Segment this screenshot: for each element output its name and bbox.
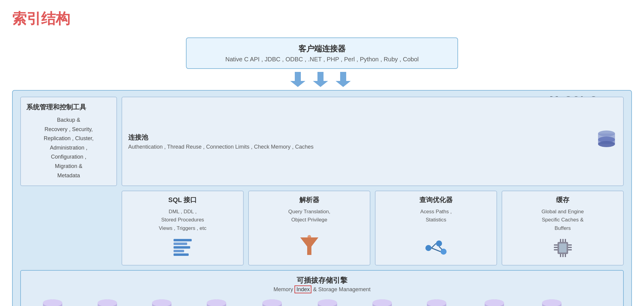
optimizer-title: 查询优化器 <box>419 195 453 205</box>
svg-marker-13 <box>300 237 318 255</box>
engine-memory: Memory <box>315 298 340 306</box>
cache-box: 缓存 Global and EngineSpecific Caches &Buf… <box>502 191 624 266</box>
storage-sub-before: Memory <box>273 286 294 292</box>
parser-box: 解析器 Query Translation,Object Privilege <box>248 191 370 266</box>
svg-rect-25 <box>554 249 558 250</box>
cylinder-innodb <box>41 298 65 306</box>
svg-rect-23 <box>554 244 558 246</box>
cache-title: 缓存 <box>556 195 569 205</box>
sys-tools-title: 系统管理和控制工具 <box>26 103 111 112</box>
parser-sub: Query Translation,Object Privilege <box>288 208 330 224</box>
svg-marker-2 <box>336 72 351 87</box>
svg-point-58 <box>318 299 337 306</box>
svg-rect-27 <box>568 247 572 248</box>
svg-line-19 <box>431 248 441 252</box>
engine-myisam: MyISAM <box>95 298 119 306</box>
connection-pool-icon <box>596 129 617 154</box>
svg-rect-26 <box>568 244 572 246</box>
engine-partner: Partner <box>424 298 449 306</box>
sql-icon <box>172 236 193 261</box>
engine-custom: Custom <box>540 298 564 306</box>
client-connector-subtitle: Native C API , JDBC , ODBC , .NET , PHP … <box>196 56 448 63</box>
middle-left-spacer <box>20 191 117 266</box>
engine-innodb: InnoDB <box>41 298 65 306</box>
svg-rect-33 <box>562 254 564 257</box>
svg-rect-24 <box>554 247 558 248</box>
client-connector-title: 客户端连接器 <box>196 43 448 54</box>
client-connector-box: 客户端连接器 Native C API , JDBC , ODBC , .NET… <box>186 37 458 69</box>
storage-engine-section: 可插拔存储引擎 Memory Index & Storage Managemen… <box>20 270 624 306</box>
connection-pool-box: 连接池 Authentication , Thread Reuse , Conn… <box>122 97 624 186</box>
arrows-area <box>12 70 632 89</box>
svg-rect-29 <box>560 239 561 242</box>
feature-boxes: SQL 接口 DML , DDL ,Stored ProceduresViews… <box>122 191 624 266</box>
svg-rect-30 <box>562 239 564 242</box>
svg-point-46 <box>152 299 171 306</box>
svg-point-38 <box>43 299 62 306</box>
svg-rect-9 <box>174 243 187 245</box>
index-highlight: Index <box>294 285 311 293</box>
svg-point-14 <box>307 235 311 239</box>
mysql-server-container: MySQL Server 系统管理和控制工具 Backup &Recovery … <box>12 90 632 306</box>
engine-archive: Archive <box>204 298 229 306</box>
engine-community: Community <box>479 298 509 306</box>
svg-point-7 <box>598 141 615 147</box>
engine-federated: Federated <box>259 298 285 306</box>
svg-line-20 <box>439 246 442 250</box>
connection-pool-subtitle: Authentication , Thread Reuse , Connecti… <box>128 144 617 150</box>
sql-interface-box: SQL 接口 DML , DDL ,Stored ProceduresViews… <box>122 191 244 266</box>
optimizer-icon <box>424 239 448 261</box>
svg-rect-8 <box>174 239 192 241</box>
svg-rect-28 <box>568 249 572 250</box>
cylinder-myisam <box>95 298 119 306</box>
optimizer-sub: Acess Paths ,Statistics <box>420 208 452 224</box>
engine-ndb: NDB <box>150 298 174 306</box>
cylinder-federated <box>260 298 284 306</box>
cylinder-community <box>482 298 506 306</box>
svg-rect-22 <box>559 243 567 253</box>
svg-point-50 <box>207 299 226 306</box>
page-title: 索引结构 <box>12 9 632 28</box>
top-section: 系统管理和控制工具 Backup &Recovery , Security,Re… <box>20 97 624 186</box>
cylinder-partner <box>424 298 449 306</box>
cylinder-memory <box>315 298 340 306</box>
storage-engine-subtitle: Memory Index & Storage Management <box>27 286 617 293</box>
connection-pool-title: 连接池 <box>128 133 617 142</box>
svg-point-70 <box>485 299 504 306</box>
svg-rect-11 <box>174 250 184 252</box>
svg-marker-0 <box>290 72 305 87</box>
optimizer-box: 查询优化器 Acess Paths ,Statistics <box>375 191 497 266</box>
sql-interface-sub: DML , DDL ,Stored ProceduresViews , Trig… <box>159 208 206 232</box>
svg-point-54 <box>262 299 282 306</box>
svg-point-42 <box>98 299 117 306</box>
svg-point-62 <box>372 299 392 306</box>
storage-sub-after: & Storage Management <box>311 286 370 292</box>
parser-title: 解析器 <box>299 195 319 205</box>
sql-interface-title: SQL 接口 <box>168 195 197 205</box>
svg-point-15 <box>425 245 431 251</box>
parser-icon <box>299 234 320 261</box>
svg-point-74 <box>542 299 561 306</box>
svg-rect-32 <box>560 254 561 257</box>
middle-section: SQL 接口 DML , DDL ,Stored ProceduresViews… <box>20 191 624 266</box>
cache-sub: Global and EngineSpecific Caches &Buffer… <box>542 208 584 232</box>
cylinder-archive <box>204 298 229 306</box>
engine-merge: Merge <box>370 298 394 306</box>
svg-point-16 <box>436 240 442 246</box>
svg-rect-10 <box>174 246 190 249</box>
cylinder-custom <box>540 298 564 306</box>
svg-rect-12 <box>174 253 189 256</box>
cylinder-merge <box>370 298 394 306</box>
svg-rect-34 <box>565 254 566 257</box>
storage-engines-list: InnoDB MyISAM <box>27 298 617 306</box>
svg-point-66 <box>427 299 446 306</box>
cache-icon <box>551 239 574 261</box>
svg-line-18 <box>431 243 436 248</box>
sys-tools-box: 系统管理和控制工具 Backup &Recovery , Security,Re… <box>20 97 117 186</box>
cylinder-ndb <box>150 298 174 306</box>
storage-engine-title: 可插拔存储引擎 <box>27 275 617 285</box>
sys-tools-content: Backup &Recovery , Security,Replication … <box>26 115 111 180</box>
svg-rect-31 <box>565 239 566 242</box>
svg-marker-1 <box>313 72 328 87</box>
